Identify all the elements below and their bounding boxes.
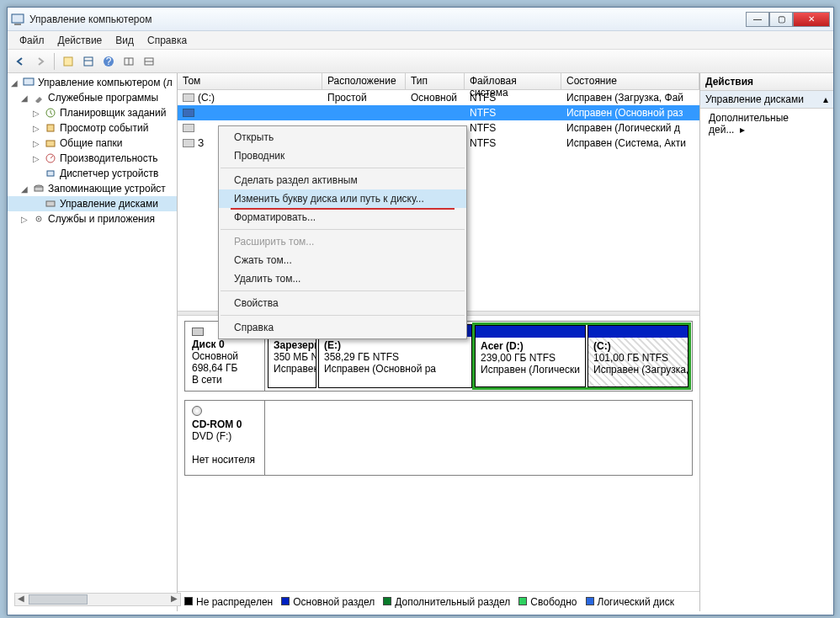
- help-button[interactable]: ?: [99, 52, 118, 71]
- drive-icon: [183, 109, 194, 117]
- actions-subheader[interactable]: Управление дисками▴: [700, 91, 833, 109]
- toolbar-icon-2[interactable]: [120, 52, 138, 71]
- legend-extended: Дополнительный раздел: [383, 596, 510, 608]
- svg-rect-16: [47, 171, 54, 176]
- svg-rect-13: [47, 125, 54, 131]
- cdrom-icon: [192, 406, 202, 416]
- ctx-extend: Расширить том...: [219, 232, 466, 251]
- ctx-mark-active[interactable]: Сделать раздел активным: [219, 171, 466, 189]
- tree-disk-management[interactable]: Управление дисками: [8, 196, 177, 211]
- col-type[interactable]: Тип: [406, 73, 465, 89]
- app-icon: [11, 13, 24, 26]
- col-volume[interactable]: Том: [178, 73, 322, 89]
- volume-header-row: Том Расположение Тип Файловая система Со…: [178, 73, 699, 90]
- ctx-help[interactable]: Справка: [219, 318, 466, 337]
- col-fs[interactable]: Файловая система: [465, 73, 561, 89]
- tree-root[interactable]: ◢Управление компьютером (л: [8, 75, 177, 90]
- toolbar: ?: [8, 50, 833, 73]
- wrench-icon: [32, 91, 45, 104]
- legend: Не распределен Основной раздел Дополните…: [178, 591, 699, 611]
- drive-icon: [183, 124, 194, 132]
- legend-logical: Логический диск: [586, 596, 675, 608]
- ctx-delete[interactable]: Удалить том...: [219, 269, 466, 288]
- svg-rect-18: [35, 187, 43, 191]
- tree-hscrollbar[interactable]: ◀ ▶: [14, 593, 181, 606]
- tree-storage[interactable]: ◢Запоминающие устройст: [8, 181, 177, 196]
- storage-icon: [32, 182, 45, 195]
- tree-shared-folders[interactable]: ▷Общие папки: [8, 136, 177, 151]
- svg-rect-14: [46, 141, 55, 147]
- computer-management-window: Управление компьютером — ▢ ✕ Файл Действ…: [7, 7, 834, 615]
- window-title: Управление компьютером: [29, 13, 746, 25]
- volume-row-selected[interactable]: NTFS Исправен (Основной раз: [178, 105, 699, 120]
- menu-help[interactable]: Справка: [141, 33, 194, 48]
- tree-task-scheduler[interactable]: ▷Планировщик заданий: [8, 105, 177, 120]
- menubar: Файл Действие Вид Справка: [8, 31, 833, 50]
- toolbar-separator: [54, 53, 55, 70]
- scroll-thumb[interactable]: [29, 594, 88, 605]
- menu-file[interactable]: Файл: [13, 33, 51, 48]
- device-icon: [44, 167, 57, 180]
- ctx-open[interactable]: Открыть: [219, 128, 466, 147]
- disk-icon: [44, 197, 57, 210]
- legend-free: Свободно: [518, 596, 577, 608]
- tree-device-manager[interactable]: Диспетчер устройств: [8, 166, 177, 181]
- legend-unallocated: Не распределен: [184, 596, 273, 608]
- cdrom-entry: CD-ROM 0 DVD (F:) Нет носителя: [184, 400, 693, 476]
- collapse-icon: ▴: [823, 93, 828, 105]
- svg-rect-11: [24, 78, 34, 85]
- window-buttons: — ▢ ✕: [746, 12, 830, 27]
- gear-icon: [32, 212, 45, 226]
- actions-pane: Действия Управление дисками▴ Дополнитель…: [700, 73, 833, 611]
- perf-icon: [44, 152, 57, 165]
- volume-row[interactable]: (C:) Простой Основной NTFS Исправен (Заг…: [178, 90, 699, 105]
- computer-icon: [22, 76, 35, 89]
- scroll-left-icon[interactable]: ◀: [15, 594, 27, 605]
- clock-icon: [44, 106, 57, 120]
- tree-services-apps[interactable]: ▷Службы и приложения: [8, 211, 177, 226]
- partition-d[interactable]: Acer (D:)239,00 ГБ NTFSИсправен (Логичес…: [475, 325, 586, 387]
- col-status[interactable]: Состояние: [561, 73, 699, 89]
- drive-icon: [183, 93, 194, 102]
- svg-rect-0: [12, 14, 24, 23]
- col-layout[interactable]: Расположение: [322, 73, 406, 89]
- toolbar-icon[interactable]: [59, 52, 77, 71]
- svg-rect-3: [84, 57, 93, 66]
- nav-tree-pane: ◢Управление компьютером (л ◢Служебные пр…: [8, 73, 178, 611]
- back-button[interactable]: [11, 52, 29, 71]
- ctx-change-drive-letter[interactable]: Изменить букву диска или путь к диску...: [219, 189, 466, 208]
- close-button[interactable]: ✕: [793, 12, 830, 27]
- actions-header: Действия: [700, 73, 833, 91]
- forward-button[interactable]: [31, 52, 50, 71]
- svg-rect-19: [46, 201, 55, 206]
- minimize-button[interactable]: —: [746, 12, 769, 27]
- ctx-shrink[interactable]: Сжать том...: [219, 251, 466, 269]
- cdrom-partitions: [265, 401, 692, 475]
- show-hide-console-button[interactable]: [79, 52, 98, 71]
- tree-performance[interactable]: ▷Производительность: [8, 151, 177, 166]
- tree-system-tools[interactable]: ◢Служебные программы: [8, 90, 177, 105]
- ctx-properties[interactable]: Свойства: [219, 294, 466, 312]
- disk-icon: [192, 328, 204, 336]
- drive-icon: [183, 139, 194, 147]
- svg-text:?: ?: [106, 56, 112, 67]
- svg-rect-2: [64, 57, 72, 66]
- ctx-explorer[interactable]: Проводник: [219, 147, 466, 165]
- toolbar-icon-3[interactable]: [140, 52, 158, 71]
- scroll-right-icon[interactable]: ▶: [168, 594, 180, 605]
- tree-event-viewer[interactable]: ▷Просмотр событий: [8, 120, 177, 136]
- menu-view[interactable]: Вид: [109, 33, 141, 48]
- cdrom-header[interactable]: CD-ROM 0 DVD (F:) Нет носителя: [185, 401, 265, 475]
- events-icon: [44, 121, 57, 135]
- legend-primary: Основной раздел: [281, 596, 375, 608]
- folder-icon: [44, 136, 57, 150]
- maximize-button[interactable]: ▢: [769, 12, 793, 27]
- menu-action[interactable]: Действие: [51, 33, 109, 48]
- context-menu: Открыть Проводник Сделать раздел активны…: [218, 125, 467, 339]
- actions-more[interactable]: Дополнительные дей... ▸: [700, 109, 833, 139]
- nav-tree: ◢Управление компьютером (л ◢Служебные пр…: [8, 73, 177, 228]
- svg-point-21: [38, 218, 40, 220]
- partition-c[interactable]: (C:)101,00 ГБ NTFSИсправен (Загрузка,: [587, 325, 688, 387]
- ctx-format[interactable]: Форматировать...: [219, 208, 466, 226]
- disk-map: Диск 0 Основной 698,64 ГБ В сети Зарезер…: [178, 316, 699, 591]
